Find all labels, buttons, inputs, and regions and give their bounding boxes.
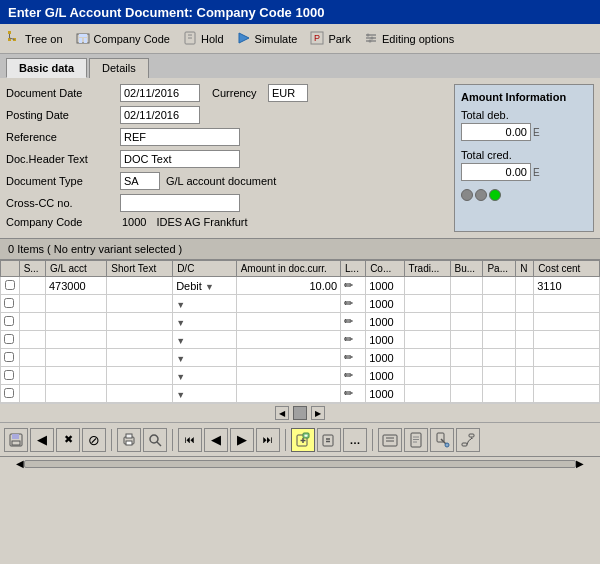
row-co[interactable]: 1000 [366,295,404,313]
scroll-right-btn[interactable]: ▶ [311,406,325,420]
scroll-left-arrow[interactable]: ◀ [16,458,24,469]
row-amount[interactable] [236,385,340,403]
row-cost-center[interactable] [534,349,600,367]
row-amount[interactable] [236,313,340,331]
row-checkbox[interactable] [1,331,20,349]
row-pa[interactable] [483,295,516,313]
find-button[interactable] [143,428,167,452]
row-co[interactable]: 1000 [366,385,404,403]
row-bu[interactable] [450,295,483,313]
row-n[interactable] [516,295,534,313]
print-button[interactable] [117,428,141,452]
currency-input[interactable] [268,84,308,102]
row-co[interactable]: 1000 [366,367,404,385]
row-gl-acct[interactable]: 473000 [45,277,106,295]
scroll-left-btn[interactable]: ◀ [275,406,289,420]
tab-details[interactable]: Details [89,58,149,78]
row-amount[interactable] [236,367,340,385]
row-amount[interactable] [236,349,340,367]
scroll-right-arrow[interactable]: ▶ [576,458,584,469]
row-cost-center[interactable] [534,331,600,349]
row-gl-acct[interactable] [45,367,106,385]
row-gl-acct[interactable] [45,385,106,403]
doc-display-button[interactable] [404,428,428,452]
doc-type-input[interactable] [120,172,160,190]
row-co[interactable]: 1000 [366,313,404,331]
scrollbar-track[interactable] [24,460,576,468]
posting-date-input[interactable] [120,106,200,124]
workflow-button[interactable] [456,428,480,452]
row-cost-center[interactable] [534,367,600,385]
toolbar-simulate[interactable]: Simulate [236,30,298,48]
row-checkbox[interactable] [1,313,20,331]
row-cost-center[interactable] [534,313,600,331]
tab-basic-data[interactable]: Basic data [6,58,87,78]
new-row-button[interactable] [291,428,315,452]
row-co[interactable]: 1000 [366,277,404,295]
row-dc[interactable]: Debit ▼ [173,277,237,295]
row-trad[interactable] [404,295,450,313]
row-short-text[interactable] [107,385,173,403]
row-short-text[interactable] [107,277,173,295]
local-menu-button[interactable] [378,428,402,452]
row-cost-center[interactable] [534,295,600,313]
row-short-text[interactable] [107,313,173,331]
row-amount[interactable]: 10.00 [236,277,340,295]
row-checkbox[interactable] [1,277,20,295]
row-gl-acct[interactable] [45,349,106,367]
cancel-button[interactable]: ⊘ [82,428,106,452]
total-debit-input[interactable] [461,123,531,141]
prev-page-button[interactable]: ◀ [204,428,228,452]
row-bu[interactable] [450,277,483,295]
row-n[interactable] [516,277,534,295]
row-gl-acct[interactable] [45,295,106,313]
save-button[interactable] [4,428,28,452]
back-button[interactable]: ◀ [30,428,54,452]
toolbar-company-code[interactable]: Company Code [75,30,170,48]
row-checkbox[interactable] [1,295,20,313]
row-dc[interactable]: ▼ [173,295,237,313]
doc-header-text-input[interactable] [120,150,240,168]
row-cost-center[interactable] [534,385,600,403]
toolbar-park[interactable]: P Park [309,30,351,48]
row-amount[interactable] [236,295,340,313]
reference-input[interactable] [120,128,240,146]
row-pa[interactable] [483,277,516,295]
next-page-button[interactable]: ▶ [230,428,254,452]
row-short-text[interactable] [107,331,173,349]
row-short-text[interactable] [107,367,173,385]
row-co[interactable]: 1000 [366,331,404,349]
row-cost-center[interactable]: 3110 [534,277,600,295]
toolbar-hold[interactable]: Hold [182,30,224,48]
delete-row-button[interactable] [317,428,341,452]
scroll-thumb[interactable] [293,406,307,420]
row-short-text[interactable] [107,295,173,313]
toolbar-tree-on[interactable]: Tree on [6,30,63,48]
exit-button[interactable]: ✖ [56,428,80,452]
last-page-button[interactable]: ⏭ [256,428,280,452]
row-dc[interactable]: ▼ [173,313,237,331]
total-credit-input[interactable] [461,163,531,181]
row-trad[interactable] [404,277,450,295]
row-checkbox[interactable] [1,349,20,367]
row-gl-acct[interactable] [45,331,106,349]
row-short-text[interactable] [107,349,173,367]
row-checkbox[interactable] [1,385,20,403]
row-amount[interactable] [236,331,340,349]
svg-point-27 [150,435,158,443]
row-select-checkbox[interactable] [5,280,15,290]
cross-cc-input[interactable] [120,194,240,212]
row-co[interactable]: 1000 [366,349,404,367]
attachment-button[interactable] [430,428,454,452]
row-dc[interactable]: ▼ [173,331,237,349]
row-gl-acct[interactable] [45,313,106,331]
row-checkbox[interactable] [1,367,20,385]
toolbar-editing-options[interactable]: Editing options [363,30,454,48]
first-page-button[interactable]: ⏮ [178,428,202,452]
row-dc[interactable]: ▼ [173,349,237,367]
more-button[interactable]: … [343,428,367,452]
doc-date-input[interactable] [120,84,200,102]
row-dc[interactable]: ▼ [173,367,237,385]
row-select-checkbox[interactable] [4,298,14,308]
row-dc[interactable]: ▼ [173,385,237,403]
